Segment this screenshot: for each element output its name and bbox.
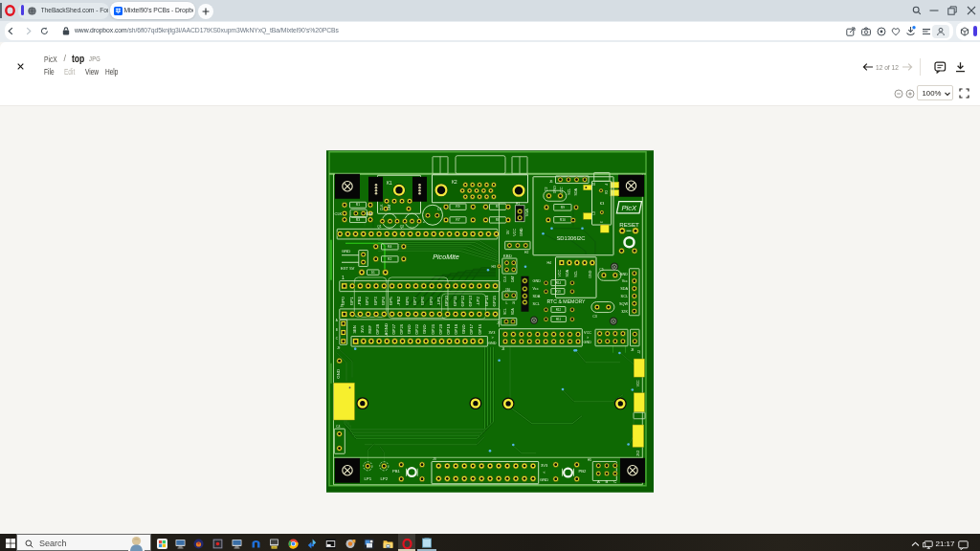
svg-text:Q2: Q2 — [400, 225, 405, 229]
svg-text:H1: H1 — [516, 201, 520, 205]
svg-text:GP18: GP18 — [454, 323, 458, 335]
svg-text:3V3: 3V3 — [541, 463, 548, 468]
svg-text:SCL: SCL — [568, 187, 571, 194]
svg-text:AGND: AGND — [384, 323, 389, 335]
svg-text:VCC: VCC — [636, 379, 640, 386]
svg-text:GP8: GP8 — [420, 296, 425, 304]
svg-text:GP21: GP21 — [431, 323, 435, 335]
svg-text:DAT: DAT — [367, 210, 374, 215]
svg-text:VCC: VCC — [558, 269, 562, 276]
svg-text:CLK: CLK — [335, 210, 343, 215]
svg-text:B: B — [336, 327, 338, 331]
svg-text:LP2: LP2 — [380, 475, 388, 480]
svg-text:R4: R4 — [388, 245, 391, 249]
svg-text:C: C — [613, 478, 616, 483]
svg-text:RTC & MEMORY: RTC & MEMORY — [546, 298, 586, 304]
svg-text:GP9: GP9 — [429, 296, 434, 304]
svg-text:-LP1: -LP1 — [436, 296, 441, 305]
svg-text:K1: K1 — [387, 180, 392, 185]
svg-text:J10: J10 — [505, 287, 511, 291]
svg-text:R11: R11 — [556, 317, 562, 320]
svg-text:SQW: SQW — [619, 302, 628, 306]
svg-text:KBD: KBD — [503, 253, 512, 257]
svg-text:GP10: GP10 — [444, 295, 449, 306]
svg-text:GND: GND — [520, 228, 523, 236]
svg-text:SDA: SDA — [533, 295, 541, 298]
svg-text:K3: K3 — [600, 201, 604, 205]
svg-text:LP1: LP1 — [364, 475, 371, 480]
svg-text:SDA: SDA — [620, 287, 628, 291]
svg-text:GP5: GP5 — [389, 296, 393, 304]
svg-text:3EN: 3EN — [352, 325, 357, 333]
svg-text:SDA: SDA — [574, 187, 578, 195]
svg-text:VCC: VCC — [513, 228, 517, 235]
svg-text:R3: R3 — [356, 217, 360, 221]
svg-text:VCC: VCC — [584, 330, 591, 334]
svg-text:CLK: CLK — [380, 203, 384, 209]
svg-text:Vcc: Vcc — [533, 287, 539, 291]
svg-text:R13: R13 — [555, 289, 561, 293]
svg-text:GP14: GP14 — [484, 295, 489, 306]
svg-text:Vcc: Vcc — [622, 279, 628, 283]
svg-text:H3: H3 — [492, 265, 496, 269]
svg-text:SCL: SCL — [574, 270, 578, 276]
svg-text:R10: R10 — [560, 217, 566, 221]
svg-text:32K: 32K — [621, 310, 628, 314]
svg-text:GP7: GP7 — [412, 296, 417, 304]
svg-text:-PB2: -PB2 — [396, 296, 401, 305]
svg-text:GND: GND — [336, 368, 341, 378]
svg-text:GND: GND — [342, 248, 350, 253]
svg-text:GP2: GP2 — [365, 296, 369, 304]
svg-text:REF: REF — [368, 324, 372, 333]
svg-text:A: A — [597, 478, 600, 483]
svg-text:C4: C4 — [336, 424, 341, 428]
svg-text:GP15: GP15 — [492, 295, 497, 306]
svg-text:R14: R14 — [556, 280, 562, 284]
svg-text:B: B — [606, 478, 609, 483]
svg-text:GND: GND — [620, 272, 629, 276]
svg-text:D1: D1 — [371, 270, 375, 274]
svg-text:H5: H5 — [588, 458, 591, 462]
svg-text:R2: R2 — [388, 257, 391, 261]
svg-text:GP26: GP26 — [399, 323, 404, 335]
svg-text:GP28: GP28 — [375, 323, 380, 335]
svg-text:PB2: PB2 — [579, 468, 588, 473]
svg-text:SCL: SCL — [533, 302, 540, 306]
svg-text:GP27: GP27 — [391, 323, 396, 335]
svg-text:J8: J8 — [631, 347, 635, 351]
svg-text:R9: R9 — [456, 205, 459, 209]
svg-text:GND: GND — [533, 279, 542, 283]
svg-text:GP17: GP17 — [469, 323, 474, 335]
svg-text:J3: J3 — [433, 457, 436, 461]
svg-text:VGA: VGA — [525, 208, 529, 215]
svg-text:3V3: 3V3 — [636, 450, 640, 455]
svg-text:GP6: GP6 — [405, 296, 410, 304]
svg-text:GND: GND — [407, 324, 412, 334]
svg-text:GND: GND — [540, 476, 548, 481]
svg-text:GND: GND — [553, 185, 557, 192]
svg-text:SD1306I2C: SD1306I2C — [557, 234, 586, 240]
svg-text:C1: C1 — [437, 207, 442, 210]
svg-text:J4: J4 — [501, 346, 505, 350]
svg-text:CLK: CLK — [503, 275, 507, 281]
svg-text:J6: J6 — [549, 180, 553, 184]
svg-text:H4: H4 — [546, 261, 551, 265]
svg-text:PB1: PB1 — [392, 469, 401, 474]
svg-text:-LP2: -LP2 — [476, 296, 480, 305]
svg-text:SDA: SDA — [511, 307, 515, 315]
svg-text:H2: H2 — [524, 250, 528, 253]
svg-text:L: L — [506, 300, 508, 304]
svg-text:EXT 5V: EXT 5V — [341, 266, 355, 271]
svg-text:G1: G1 — [592, 181, 596, 185]
svg-text:RESET: RESET — [619, 220, 639, 227]
svg-text:C3: C3 — [592, 315, 597, 319]
svg-text:J9: J9 — [337, 345, 341, 349]
svg-text:GP4: GP4 — [381, 296, 386, 304]
svg-text:Q1: Q1 — [377, 225, 382, 229]
svg-text:GP12: GP12 — [460, 295, 465, 306]
svg-text:GND: GND — [488, 341, 497, 344]
svg-text:R: R — [512, 300, 515, 304]
svg-text:R2: R2 — [605, 189, 609, 193]
svg-text:PicoMite: PicoMite — [433, 253, 459, 261]
svg-text:J2: J2 — [637, 349, 641, 353]
